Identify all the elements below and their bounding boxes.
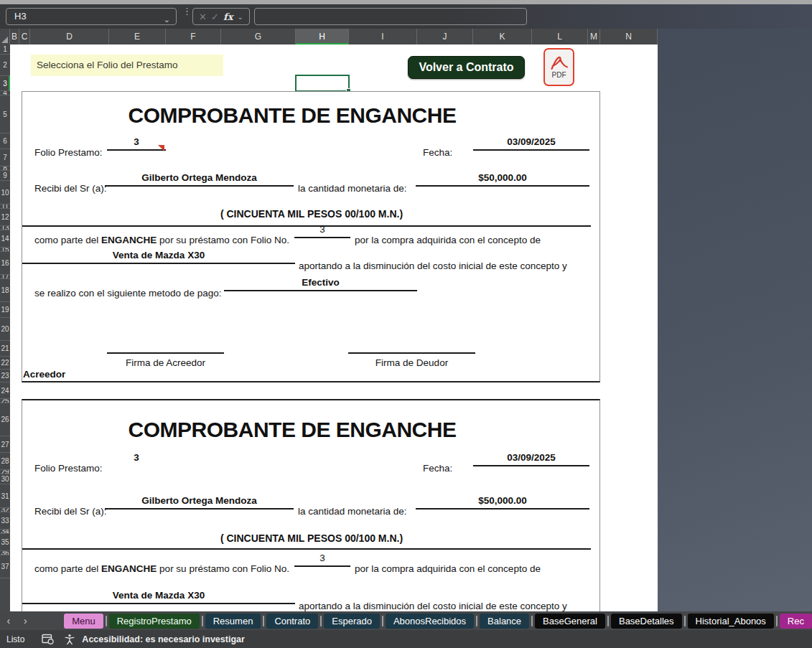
firma-acreedor-label: Firma de Acreedor [107, 357, 224, 368]
column-header-J[interactable]: J [417, 29, 473, 44]
row-header-12[interactable]: 12 [0, 209, 10, 226]
column-header-row: BCDEFGHIJKLMN [0, 29, 658, 44]
fecha-label: Fecha: [423, 463, 452, 474]
accessibility-status-text[interactable]: Accesibilidad: es necesario investigar [82, 634, 245, 644]
row-header-33[interactable]: 33 [0, 512, 10, 530]
column-header-I[interactable]: I [349, 29, 417, 44]
receipt-title: COMPROBANTE DE ENGANCHE [22, 103, 599, 128]
row-header-3[interactable]: 3 [0, 76, 10, 91]
prev-sheet-arrow-icon[interactable]: ‹ [0, 615, 17, 626]
tab-separator [382, 616, 383, 626]
column-header-E[interactable]: E [109, 29, 166, 44]
row-header-9[interactable]: 9 [0, 171, 10, 181]
cancel-entry-icon[interactable]: ✕ [199, 11, 207, 22]
row-header-27[interactable]: 27 [0, 436, 10, 453]
prompt-cell[interactable]: Selecciona el Folio del Prestamo [31, 55, 223, 76]
cantidad-value[interactable]: $50,000.00 [416, 495, 589, 510]
sheet-tab-rec[interactable]: Rec [780, 614, 812, 629]
row-header-22[interactable]: 22 [0, 357, 10, 370]
cell-name-box[interactable]: H3 ⌄ [6, 8, 177, 25]
receipt-title: COMPROBANTE DE ENGANCHE [22, 418, 599, 442]
folio-value[interactable]: 3 [107, 452, 166, 466]
formula-bar-input[interactable] [254, 8, 527, 25]
firma-deudor-line [348, 352, 475, 354]
row-header-6[interactable]: 6 [0, 133, 10, 149]
sheet-tab-balance[interactable]: Balance [480, 614, 529, 629]
column-header-G[interactable]: G [221, 29, 296, 44]
row-header-26[interactable]: 26 [0, 403, 10, 436]
column-header-N[interactable]: N [600, 29, 658, 44]
recibi-value[interactable]: Gilberto Ortega Mendoza [105, 172, 294, 187]
insert-function-icon[interactable]: fx [223, 11, 233, 22]
chevron-down-icon[interactable]: ⌄ [238, 13, 243, 21]
recibi-label: Recibi del Sr (a): [34, 506, 107, 517]
pdf-label: PDF [552, 71, 566, 79]
row-header-1[interactable]: 1 [0, 44, 10, 55]
folio-no-value[interactable]: 3 [294, 553, 350, 567]
sheet-tab-registroprestamo[interactable]: RegistroPrestamo [109, 614, 200, 629]
fecha-value[interactable]: 03/09/2025 [473, 452, 589, 466]
row-header-21[interactable]: 21 [0, 341, 10, 357]
column-header-M[interactable]: M [588, 29, 600, 44]
column-header-C[interactable]: C [19, 29, 30, 44]
amount-in-words: ( CINCUENTA MIL PESOS 00/100 M.N.) [22, 532, 601, 544]
como-parte-text: como parte del ENGANCHE por su préstamo … [34, 563, 289, 574]
row-header-16[interactable]: 16 [0, 252, 10, 275]
recibi-value[interactable]: Gilberto Ortega Mendoza [105, 495, 294, 510]
row-header-31[interactable]: 31 [0, 484, 10, 508]
sheet-tab-resumen[interactable]: Resumen [205, 614, 261, 629]
folio-value[interactable]: 3 [107, 136, 166, 151]
next-sheet-arrow-icon[interactable]: › [17, 615, 34, 626]
folio-no-value[interactable]: 3 [294, 224, 350, 238]
column-header-D[interactable]: D [30, 29, 109, 44]
row-header-2[interactable]: 2 [0, 55, 10, 76]
confirm-entry-icon[interactable]: ✓ [211, 11, 219, 22]
column-header-B[interactable]: B [10, 29, 19, 44]
row-header-19[interactable]: 19 [0, 302, 10, 318]
sheet-tab-basedetalles[interactable]: BaseDetalles [611, 614, 682, 629]
row-header-20[interactable]: 20 [0, 318, 10, 341]
column-header-L[interactable]: L [532, 29, 588, 44]
row-header-23[interactable]: 23 [0, 370, 10, 382]
row-header-5[interactable]: 5 [0, 95, 10, 133]
worksheet-canvas[interactable]: Selecciona el Folio del Prestamo Volver … [10, 44, 658, 611]
selected-cell-h3[interactable] [295, 75, 350, 92]
concepto-value[interactable]: Venta de Mazda X30 [22, 250, 295, 264]
aportando-text: aportando a la disminución del costo ini… [299, 260, 567, 271]
tab-separator [684, 616, 686, 626]
cantidad-value[interactable]: $50,000.00 [416, 172, 589, 187]
formula-button-group: ✕ ✓ fx ⌄ [192, 8, 250, 25]
row-header-30[interactable]: 30 [0, 474, 10, 484]
row-header-37[interactable]: 37 [0, 555, 10, 578]
enganche-bold: ENGANCHE [101, 235, 157, 245]
select-all-corner[interactable] [0, 29, 10, 44]
sheet-tabs: MenuRegistroPrestamoResumenContratoEsper… [64, 611, 812, 630]
metodo-value[interactable]: Efectivo [224, 277, 417, 291]
sheet-tab-menu[interactable]: Menu [64, 614, 103, 629]
row-header-10[interactable]: 10 [0, 181, 10, 205]
cantidad-label: la cantidad monetaria de: [298, 506, 407, 517]
row-header-7[interactable]: 7 [0, 149, 10, 166]
column-header-K[interactable]: K [473, 29, 532, 44]
row-header-14[interactable]: 14 [0, 230, 10, 248]
tab-separator [106, 616, 107, 626]
row-header-28[interactable]: 28 [0, 453, 10, 470]
column-header-F[interactable]: F [166, 29, 221, 44]
sheet-tab-basegeneral[interactable]: BaseGeneral [535, 614, 605, 629]
concepto-value[interactable]: Venta de Mazda X30 [22, 590, 295, 604]
accessibility-icon[interactable] [64, 634, 75, 645]
macro-record-icon[interactable] [42, 634, 54, 644]
volver-a-contrato-button[interactable]: Volver a Contrato [408, 56, 525, 79]
row-header-18[interactable]: 18 [0, 279, 10, 302]
fecha-value[interactable]: 03/09/2025 [473, 136, 589, 151]
export-pdf-button[interactable]: PDF [543, 48, 574, 86]
row-header-24[interactable]: 24 [0, 382, 10, 399]
sheet-tab-abonosrecibidos[interactable]: AbonosRecibidos [386, 614, 474, 629]
column-header-H[interactable]: H [296, 29, 349, 44]
metodo-label: se realizo con el siguiente metodo de pa… [34, 288, 221, 299]
sheet-tab-historial_abonos[interactable]: Historial_Abonos [688, 614, 774, 629]
sheet-tab-contrato[interactable]: Contrato [266, 614, 318, 629]
chevron-down-icon[interactable]: ⌄ [164, 11, 170, 27]
row-header-35[interactable]: 35 [0, 534, 10, 551]
sheet-tab-esperado[interactable]: Esperado [324, 614, 380, 629]
